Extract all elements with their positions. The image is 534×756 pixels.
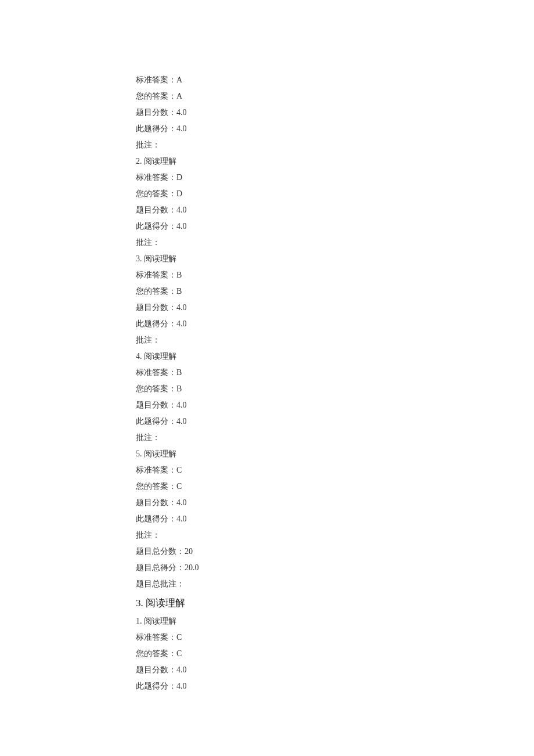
value-question-points: 4.0: [176, 401, 187, 409]
answer-line: 批注：: [136, 332, 534, 348]
label-standard-answer: 标准答案：: [136, 173, 176, 182]
label-note: 批注：: [136, 141, 160, 149]
value-question-points: 4.0: [176, 498, 187, 507]
value-total-scored: 20.0: [185, 563, 199, 572]
label-question-points: 题目分数：: [136, 206, 176, 214]
document-page: 标准答案：A 您的答案：A 题目分数：4.0 此题得分：4.0 批注： 2. 阅…: [0, 0, 534, 694]
answer-line: 标准答案：D: [136, 170, 534, 186]
answer-line: 批注：: [136, 137, 534, 153]
question-number: 2.: [136, 157, 142, 165]
answer-line: 批注：: [136, 527, 534, 543]
value-your-answer: D: [176, 189, 182, 198]
answer-line: 题目分数：4.0: [136, 662, 534, 678]
question-title: 阅读理解: [144, 254, 176, 263]
label-total-note: 题目总批注：: [136, 579, 185, 588]
value-your-answer: C: [176, 482, 182, 491]
question-title: 阅读理解: [144, 352, 176, 361]
answer-line: 此题得分：4.0: [136, 121, 534, 137]
label-standard-answer: 标准答案：: [136, 368, 176, 377]
answer-line: 题目分数：4.0: [136, 105, 534, 121]
question-header: 3. 阅读理解: [136, 251, 534, 267]
value-standard-answer: C: [176, 466, 182, 474]
label-your-answer: 您的答案：: [136, 92, 176, 100]
answer-line: 标准答案：B: [136, 365, 534, 381]
answer-line: 标准答案：B: [136, 267, 534, 283]
value-standard-answer: C: [176, 633, 182, 642]
label-scored-points: 此题得分：: [136, 222, 176, 231]
answer-line: 批注：: [136, 430, 534, 446]
answer-line: 题目分数：4.0: [136, 202, 534, 218]
label-total-points: 题目总分数：: [136, 547, 185, 556]
answer-line: 标准答案：C: [136, 462, 534, 478]
label-note: 批注：: [136, 238, 160, 247]
answer-line: 题目分数：4.0: [136, 495, 534, 511]
answer-line: 此题得分：4.0: [136, 413, 534, 430]
question-header: 1. 阅读理解: [136, 613, 534, 629]
answer-line: 您的答案：C: [136, 478, 534, 495]
label-note: 批注：: [136, 531, 160, 539]
answer-line: 批注：: [136, 235, 534, 251]
value-question-points: 4.0: [176, 303, 187, 312]
label-scored-points: 此题得分：: [136, 417, 176, 426]
answer-line: 您的答案：D: [136, 186, 534, 202]
answer-line: 题目分数：4.0: [136, 397, 534, 413]
value-scored-points: 4.0: [176, 319, 187, 328]
question-number: 1.: [136, 617, 142, 625]
question-header: 4. 阅读理解: [136, 348, 534, 365]
label-your-answer: 您的答案：: [136, 384, 176, 393]
answer-line: 此题得分：4.0: [136, 316, 534, 332]
label-your-answer: 您的答案：: [136, 189, 176, 198]
value-question-points: 4.0: [176, 206, 187, 214]
value-scored-points: 4.0: [176, 514, 187, 523]
label-your-answer: 您的答案：: [136, 649, 176, 658]
answer-line: 此题得分：4.0: [136, 511, 534, 527]
label-standard-answer: 标准答案：: [136, 633, 176, 642]
total-line: 题目总得分：20.0: [136, 560, 534, 576]
question-title: 阅读理解: [144, 449, 176, 458]
value-total-points: 20: [185, 547, 193, 556]
answer-line: 此题得分：4.0: [136, 678, 534, 694]
label-note: 批注：: [136, 433, 160, 442]
question-header: 5. 阅读理解: [136, 446, 534, 462]
question-title: 阅读理解: [144, 157, 176, 165]
label-scored-points: 此题得分：: [136, 319, 176, 328]
answer-line: 您的答案：C: [136, 646, 534, 662]
label-question-points: 题目分数：: [136, 303, 176, 312]
value-scored-points: 4.0: [176, 124, 187, 133]
question-title: 阅读理解: [144, 617, 176, 625]
label-your-answer: 您的答案：: [136, 287, 176, 296]
label-total-scored: 题目总得分：: [136, 563, 185, 572]
label-scored-points: 此题得分：: [136, 124, 176, 133]
answer-line: 您的答案：B: [136, 381, 534, 397]
answer-line: 标准答案：A: [136, 72, 534, 88]
question-number: 4.: [136, 352, 142, 361]
label-question-points: 题目分数：: [136, 665, 176, 674]
value-standard-answer: B: [176, 271, 182, 279]
label-standard-answer: 标准答案：: [136, 75, 176, 84]
value-scored-points: 4.0: [176, 222, 187, 231]
value-scored-points: 4.0: [176, 417, 187, 426]
value-your-answer: B: [176, 384, 182, 393]
answer-line: 此题得分：4.0: [136, 218, 534, 235]
label-question-points: 题目分数：: [136, 108, 176, 117]
value-scored-points: 4.0: [176, 682, 187, 690]
answer-line: 题目分数：4.0: [136, 300, 534, 316]
answer-line: 标准答案：C: [136, 629, 534, 646]
value-question-points: 4.0: [176, 108, 187, 117]
value-your-answer: B: [176, 287, 182, 296]
label-standard-answer: 标准答案：: [136, 466, 176, 474]
label-note: 批注：: [136, 336, 160, 344]
section-heading: 3. 阅读理解: [136, 593, 534, 613]
total-line: 题目总批注：: [136, 576, 534, 592]
label-your-answer: 您的答案：: [136, 482, 176, 491]
value-standard-answer: D: [176, 173, 182, 182]
value-question-points: 4.0: [176, 665, 187, 674]
question-number: 5.: [136, 449, 142, 458]
answer-line: 您的答案：B: [136, 283, 534, 300]
label-scored-points: 此题得分：: [136, 514, 176, 523]
label-standard-answer: 标准答案：: [136, 271, 176, 279]
value-your-answer: C: [176, 649, 182, 658]
label-scored-points: 此题得分：: [136, 682, 176, 690]
value-your-answer: A: [176, 92, 182, 100]
label-question-points: 题目分数：: [136, 401, 176, 409]
